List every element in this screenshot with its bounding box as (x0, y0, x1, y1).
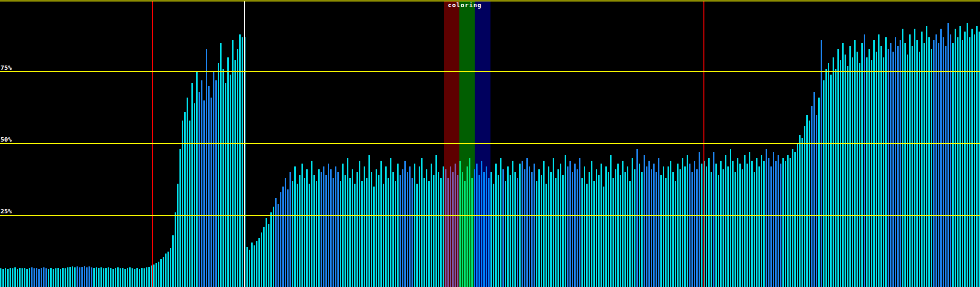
y-tick-label-25: 25% (0, 208, 11, 215)
y-tick-label-50: 50% (0, 136, 11, 143)
labels-layer: coloring 75%50%25% (0, 0, 980, 287)
y-tick-label-75: 75% (0, 65, 11, 71)
usage-histogram-chart: coloring 75%50%25% (0, 0, 980, 287)
coloring-annotation: coloring (448, 2, 482, 9)
